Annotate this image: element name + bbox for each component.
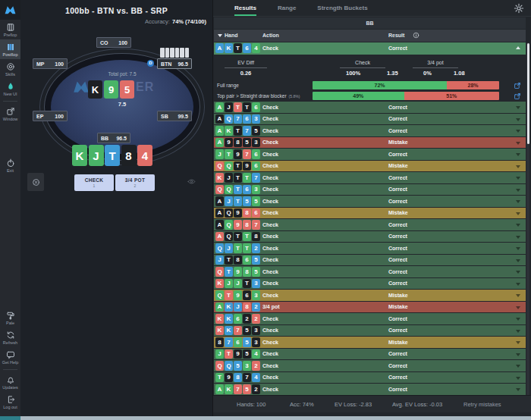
sidebar-item-window[interactable]: Window — [0, 104, 20, 124]
row-result: Mistake — [388, 304, 408, 309]
card-6c: 6 — [234, 314, 242, 324]
sidebar-item-label: New UI — [3, 92, 17, 96]
table-settings-button[interactable] — [27, 173, 44, 191]
stats-footer: Hands: 100Acc: 74%EV Loss: -2.83Avg. EV … — [213, 395, 531, 412]
retry-mistakes-button[interactable]: Retry mistakes — [463, 401, 501, 408]
row-hand-cards: 87653 — [215, 337, 260, 347]
row-hand-cards: JT865 — [215, 255, 260, 265]
scrollbar-thumb[interactable] — [527, 43, 529, 144]
result-row[interactable]: QJTT2CheckCorrect — [214, 243, 526, 254]
row-action: Check — [262, 246, 278, 251]
tab-strength-buckets[interactable]: Strength Buckets — [317, 0, 367, 16]
result-row[interactable]: QT963CheckMistake — [214, 290, 526, 301]
hand-column-header[interactable]: Hand — [225, 33, 238, 38]
row-action: Check — [262, 152, 278, 157]
card-Qh: Q — [215, 361, 224, 371]
result-row[interactable]: JT865CheckCorrect — [214, 255, 526, 266]
footer-stat: Hands: 100 — [237, 401, 266, 408]
sidebar-item-skills[interactable]: Skills — [0, 59, 20, 79]
result-row[interactable]: 87653CheckMistake — [214, 337, 526, 348]
ev-diff-value: 0.26 — [225, 70, 267, 77]
result-row[interactable]: KK753CheckCorrect — [214, 325, 526, 337]
sidebar-item-label: Pale — [6, 321, 14, 325]
external-link-icon[interactable] — [514, 92, 521, 100]
card-7d: 7 — [252, 173, 260, 183]
result-row[interactable]: QT985CheckCorrect — [214, 266, 526, 277]
card-3c: 3 — [252, 290, 260, 300]
sidebar-item-postflop[interactable]: Postflop — [0, 39, 20, 59]
row-result: Correct — [388, 351, 407, 356]
sort-caret-icon[interactable] — [218, 34, 222, 37]
result-row[interactable]: AKT75CheckCorrect — [214, 125, 526, 136]
sidebar-divider — [3, 101, 17, 102]
row-hand-cards: AJT55 — [215, 196, 260, 206]
seat-badge-bb: BB96.5 — [97, 133, 130, 143]
result-row[interactable]: KJTT7CheckCorrect — [214, 172, 526, 183]
result-row[interactable]: QQT63CheckCorrect — [214, 184, 526, 196]
power-icon — [6, 158, 15, 168]
sidebar-item-new-ui[interactable]: New UI — [0, 79, 20, 99]
expand-caret-icon — [516, 165, 520, 168]
result-row[interactable]: AJT55CheckCorrect — [214, 196, 526, 207]
row-action: Check — [262, 139, 278, 145]
sidebar-item-get-help[interactable]: Get Help — [0, 347, 20, 367]
result-row[interactable]: A9853CheckMistake — [214, 137, 526, 149]
result-row[interactable]: AKT64CheckCorrect — [214, 42, 526, 55]
card-8s: 8 — [121, 145, 137, 166]
row-result: Correct — [388, 186, 407, 192]
bet-3-4-pot-button[interactable]: 3/4 POT2 — [115, 174, 155, 191]
sidebar-item-refresh[interactable]: Refresh — [0, 328, 20, 347]
tab-results[interactable]: Results — [234, 0, 256, 16]
result-row[interactable]: T9874CheckCorrect — [214, 372, 526, 384]
app-logo[interactable] — [0, 0, 20, 20]
result-row[interactable]: AJTT6CheckCorrect — [214, 102, 526, 113]
result-row[interactable]: JT954CheckCorrect — [214, 349, 526, 360]
result-row[interactable]: AQ987CheckCorrect — [214, 219, 526, 230]
result-row[interactable]: QQT96CheckMistake — [214, 161, 526, 172]
result-row[interactable]: AQTT8CheckCorrect — [214, 231, 526, 243]
row-hand-cards: AKT64 — [215, 43, 260, 53]
row-action: Check — [262, 387, 278, 392]
card-Jc: J — [215, 349, 224, 359]
detail-action-ev: 1.08 — [454, 70, 465, 77]
result-row[interactable]: JT976CheckCorrect — [214, 149, 526, 160]
dealer-button: D — [147, 60, 154, 67]
logout-icon — [6, 395, 15, 404]
external-window-icon — [6, 107, 15, 116]
sidebar-item-preflop[interactable]: Preflop — [0, 20, 20, 39]
sidebar-item-pale[interactable]: Pale — [0, 308, 20, 328]
result-row[interactable]: AK752CheckCorrect — [214, 384, 526, 395]
card-8c: 8 — [243, 267, 251, 277]
result-row[interactable]: QQ532CheckCorrect — [214, 360, 526, 371]
external-link-icon[interactable] — [514, 82, 521, 89]
row-action: Check — [262, 269, 278, 274]
card-4c: 4 — [252, 43, 260, 53]
row-result: Mistake — [388, 340, 408, 345]
range-bar-note: (5.8%) — [289, 94, 300, 99]
check-button[interactable]: CHECK1 — [74, 174, 114, 191]
row-hand-cards: KK622 — [215, 314, 260, 324]
sidebar-item-updates[interactable]: Updates — [0, 372, 20, 392]
card-Qh: Q — [215, 161, 224, 171]
card-3c: 3 — [243, 361, 251, 371]
result-row[interactable]: AQ763CheckCorrect — [214, 114, 526, 125]
result-row[interactable]: KK622CheckCorrect — [214, 313, 526, 324]
expand-caret-icon — [516, 259, 520, 262]
sidebar-item-exit[interactable]: Exit — [0, 155, 20, 175]
card-5s: 5 — [243, 349, 251, 359]
card-Td: T — [234, 196, 242, 206]
row-hand-cards: QT963 — [215, 290, 260, 300]
result-row[interactable]: AKJ823/4 potMistake — [214, 302, 526, 313]
result-row[interactable]: KJJT3CheckCorrect — [214, 278, 526, 290]
result-row[interactable]: AQ986CheckMistake — [214, 208, 526, 219]
info-icon[interactable] — [413, 32, 419, 39]
card-Ts: T — [243, 102, 251, 112]
sidebar-item-log-out[interactable]: Log out — [0, 392, 20, 412]
card-Ac: A — [215, 384, 224, 394]
action-column-header: Action — [262, 33, 279, 38]
card-Kd: K — [225, 43, 233, 53]
tab-range[interactable]: Range — [278, 0, 296, 16]
card-Kh: K — [215, 314, 224, 324]
gear-icon[interactable] — [514, 3, 524, 14]
eye-icon[interactable] — [187, 177, 196, 186]
